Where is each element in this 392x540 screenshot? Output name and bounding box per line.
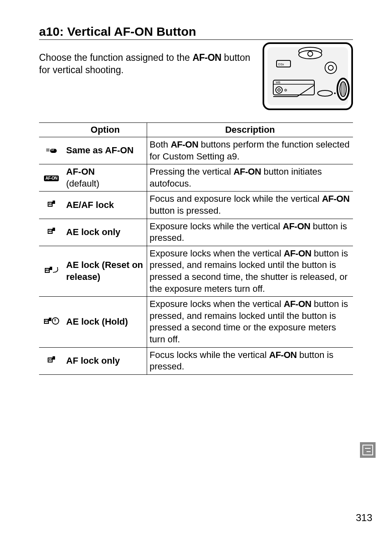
manual-page: a10: Vertical AF-ON Button Choose the fu… (0, 0, 392, 540)
column-header-icon (39, 123, 64, 137)
afon-label-icon: AF-ON (171, 139, 198, 150)
page-number: 313 (356, 512, 372, 524)
camera-illustration-icon: D3x WB ✲ (263, 42, 353, 110)
afon-label-icon: AF-ON (192, 52, 221, 63)
intro-row: Choose the function assigned to the AF-O… (39, 42, 353, 110)
option-name: Same as AF-ON (64, 137, 147, 164)
table-row: AE lock (Reset on release) Exposure lock… (39, 246, 353, 296)
option-description: Exposure locks while the vertical AF-ON … (147, 219, 353, 246)
options-table: Option Description = Same as AF-ON Both … (39, 122, 353, 375)
svg-point-15 (334, 92, 336, 94)
svg-text:✲: ✲ (284, 88, 287, 92)
table-row: AE lock only Exposure locks while the ve… (39, 219, 353, 246)
ae-lock-only-icon (39, 219, 64, 246)
afon-badge-icon: AF-ON (39, 164, 64, 192)
ae-lock-hold-icon (39, 297, 64, 347)
table-header-row: Option Description (39, 123, 353, 137)
afon-label-icon: AF-ON (322, 194, 349, 204)
table-row: AE lock (Hold) Exposure locks when the v… (39, 297, 353, 347)
section-title: a10: Vertical AF-ON Button (39, 25, 353, 40)
afon-label-icon: AF-ON (284, 248, 311, 258)
afon-label-icon: AF-ON (269, 350, 297, 360)
afon-label-icon: AF-ON (233, 166, 261, 177)
table-row: AF lock only Focus locks while the verti… (39, 347, 353, 374)
ae-lock-reset-icon (39, 246, 64, 296)
svg-point-3 (308, 51, 313, 56)
af-lock-only-icon (39, 347, 64, 374)
option-name: AE/AF lock (64, 192, 147, 219)
option-name: AE lock (Reset on release) (64, 246, 147, 296)
option-name: AF-ON (default) (64, 164, 147, 192)
table-row: AE/AF lock Focus and exposure lock while… (39, 192, 353, 219)
svg-text:D3x: D3x (278, 62, 284, 66)
option-description: Pressing the vertical AF-ON button initi… (147, 164, 353, 192)
option-description: Both AF-ON buttons perform the function … (147, 137, 353, 164)
option-description: Exposure locks when the vertical AF-ON b… (147, 246, 353, 296)
intro-text: Choose the function assigned to the AF-O… (39, 52, 254, 76)
same-as-afon-icon: = (39, 137, 64, 164)
svg-point-7 (328, 65, 333, 70)
option-description: Exposure locks when the vertical AF-ON b… (147, 297, 353, 347)
table-row: = Same as AF-ON Both AF-ON buttons perfo… (39, 137, 353, 164)
option-name: AE lock only (64, 219, 147, 246)
column-header-description: Description (147, 123, 353, 137)
afon-label-icon: AF-ON (283, 221, 310, 231)
ae-af-lock-icon (39, 192, 64, 219)
table-row: AF-ON AF-ON (default) Pressing the verti… (39, 164, 353, 192)
option-name: AE lock (Hold) (64, 297, 147, 347)
svg-text:WB: WB (276, 81, 281, 84)
menu-section-tab-icon (360, 442, 376, 458)
option-description: Focus and exposure lock while the vertic… (147, 192, 353, 219)
intro-before: Choose the function assigned to the (39, 52, 192, 63)
column-header-option: Option (64, 123, 147, 137)
option-description: Focus locks while the vertical AF-ON but… (147, 347, 353, 374)
afon-label-icon: AF-ON (284, 299, 311, 309)
option-name: AF lock only (64, 347, 147, 374)
